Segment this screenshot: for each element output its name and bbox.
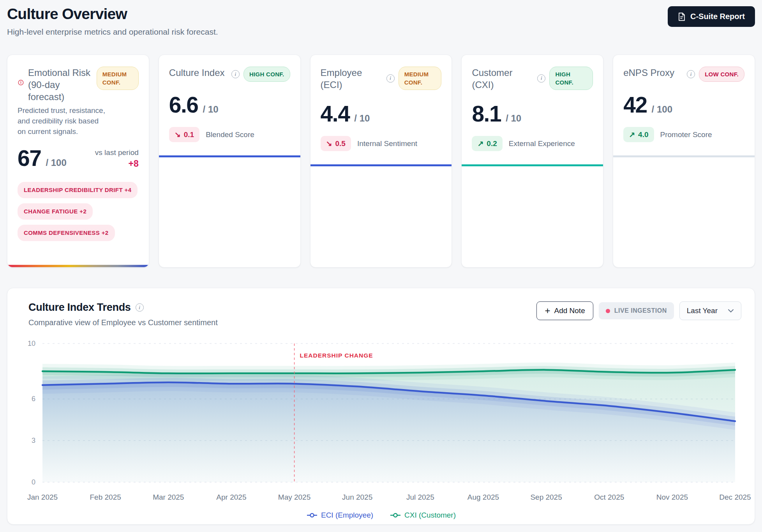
confidence-badge: HIGH CONF. [549, 67, 593, 90]
legend-item-eci[interactable]: ECI (Employee) [306, 511, 373, 520]
x-axis-label: Dec 2025 [719, 493, 751, 502]
risk-factor-pill: LEADERSHIP CREDIBILITY DRIFT +4 [18, 182, 138, 198]
svg-text:0: 0 [32, 478, 35, 486]
svg-text:6: 6 [32, 395, 35, 403]
risk-description: Predicted trust, resistance, and credibi… [18, 106, 107, 137]
compare-delta: +8 [95, 159, 139, 169]
compare-label: vs last period [95, 148, 139, 157]
delta-label: Internal Sentiment [357, 139, 417, 148]
x-axis-label: Jan 2025 [27, 493, 58, 502]
x-axis-label: Jun 2025 [342, 493, 372, 502]
accent-divider [310, 164, 452, 166]
info-icon[interactable]: i [687, 70, 695, 78]
delta-label: Blended Score [206, 130, 254, 139]
x-axis-label: Nov 2025 [656, 493, 688, 502]
accent-divider [613, 155, 755, 157]
trends-title: Culture Index Trends [28, 301, 131, 314]
x-axis-label: Oct 2025 [594, 493, 624, 502]
page-subtitle: High-level enterprise metrics and operat… [7, 27, 218, 37]
metric-value: 8.1 [472, 101, 501, 127]
svg-text:10: 10 [28, 340, 35, 347]
metric-denominator: / 10 [354, 113, 370, 124]
risk-gradient-bar [7, 265, 149, 267]
risk-alert-icon [18, 79, 24, 103]
date-range-select[interactable]: Last Year [679, 301, 741, 320]
x-axis-label: Aug 2025 [467, 493, 499, 502]
document-icon [678, 12, 686, 21]
card-title: Emotional Risk (90-day forecast) [28, 67, 93, 103]
metric-cards-row: Emotional Risk (90-day forecast) MEDIUM … [7, 55, 755, 268]
confidence-badge: LOW CONF. [699, 67, 744, 82]
info-icon[interactable]: i [136, 303, 144, 312]
trend-arrow-icon: ↘ [175, 130, 181, 139]
card-title: Culture Index [169, 67, 225, 79]
risk-score-denominator: / 100 [46, 157, 66, 168]
svg-text:3: 3 [32, 437, 35, 444]
trends-subtitle: Comparative view of Employee vs Customer… [28, 318, 218, 327]
x-axis-label: Feb 2025 [90, 493, 121, 502]
plus-icon: + [545, 307, 550, 314]
chart-legend: ECI (Employee) CXI (Customer) [18, 511, 744, 520]
x-axis-label: May 2025 [278, 493, 310, 502]
x-axis-label: Apr 2025 [216, 493, 246, 502]
page-header: Culture Overview High-level enterprise m… [7, 5, 755, 37]
metric-denominator: / 100 [652, 104, 672, 115]
emotional-risk-card: Emotional Risk (90-day forecast) MEDIUM … [7, 55, 149, 268]
info-icon[interactable]: i [386, 74, 395, 83]
accent-divider [462, 164, 603, 166]
chevron-down-icon [728, 309, 734, 313]
card-title: eNPS Proxy [623, 67, 674, 79]
confidence-badge: HIGH CONF. [243, 67, 290, 82]
delta-pill: ↘ 0.5 [321, 136, 351, 151]
risk-factor-pill: CHANGE FATIGUE +2 [18, 203, 93, 220]
risk-factor-list: LEADERSHIP CREDIBILITY DRIFT +4CHANGE FA… [18, 182, 139, 241]
metric-value: 4.4 [321, 101, 350, 127]
metric-value: 42 [623, 92, 647, 118]
x-axis-labels: Jan 2025Feb 2025Mar 2025Apr 2025May 2025… [18, 493, 744, 505]
culture-index-trends-panel: Culture Index Trends i Comparative view … [7, 288, 755, 525]
x-axis-label: Mar 2025 [153, 493, 184, 502]
metric-denominator: / 10 [506, 113, 521, 124]
trend-arrow-icon: ↗ [629, 130, 635, 139]
trend-chart: 10630LEADERSHIP CHANGE Jan 2025Feb 2025M… [18, 337, 744, 520]
risk-factor-pill: COMMS DEFENSIVENESS +2 [18, 225, 115, 241]
live-ingestion-status: LIVE INGESTION [599, 302, 674, 319]
add-note-button[interactable]: + Add Note [536, 301, 593, 320]
c-suite-report-button[interactable]: C-Suite Report [668, 6, 755, 27]
accent-divider [159, 155, 300, 157]
metric-value: 6.6 [169, 92, 198, 118]
delta-pill: ↗ 4.0 [623, 127, 654, 142]
trend-chart-svg: 10630LEADERSHIP CHANGE [18, 337, 739, 486]
card-title: Customer (CXI) [472, 67, 533, 91]
legend-marker-icon [390, 513, 401, 518]
risk-score-value: 67 [18, 145, 41, 171]
metric-card: Customer (CXI) i HIGH CONF. 8.1 / 10 ↗ 0… [461, 55, 603, 268]
info-icon[interactable]: i [537, 74, 545, 83]
metric-card: Culture Index i HIGH CONF. 6.6 / 10 ↘ 0.… [159, 55, 301, 268]
trend-arrow-icon: ↘ [326, 139, 332, 148]
metric-card: eNPS Proxy i LOW CONF. 42 / 100 ↗ 4.0 Pr… [613, 55, 755, 268]
metric-card: Employee (ECI) i MEDIUM CONF. 4.4 / 10 ↘… [310, 55, 452, 268]
page-title: Culture Overview [7, 5, 218, 23]
confidence-badge: MEDIUM CONF. [399, 67, 442, 90]
delta-pill: ↘ 0.1 [169, 127, 199, 142]
legend-item-cxi[interactable]: CXI (Customer) [390, 511, 456, 520]
svg-text:LEADERSHIP CHANGE: LEADERSHIP CHANGE [300, 352, 373, 359]
delta-pill: ↗ 0.2 [472, 136, 502, 151]
metric-denominator: / 10 [203, 104, 219, 115]
x-axis-label: Sep 2025 [530, 493, 562, 502]
card-title: Employee (ECI) [321, 67, 383, 91]
legend-marker-icon [306, 513, 318, 518]
delta-label: Promoter Score [660, 130, 712, 139]
confidence-badge: MEDIUM CONF. [97, 67, 139, 90]
info-icon[interactable]: i [231, 70, 240, 78]
live-dot-icon [606, 309, 610, 313]
delta-label: External Experience [509, 139, 575, 148]
x-axis-label: Jul 2025 [406, 493, 434, 502]
trend-arrow-icon: ↗ [477, 139, 483, 148]
